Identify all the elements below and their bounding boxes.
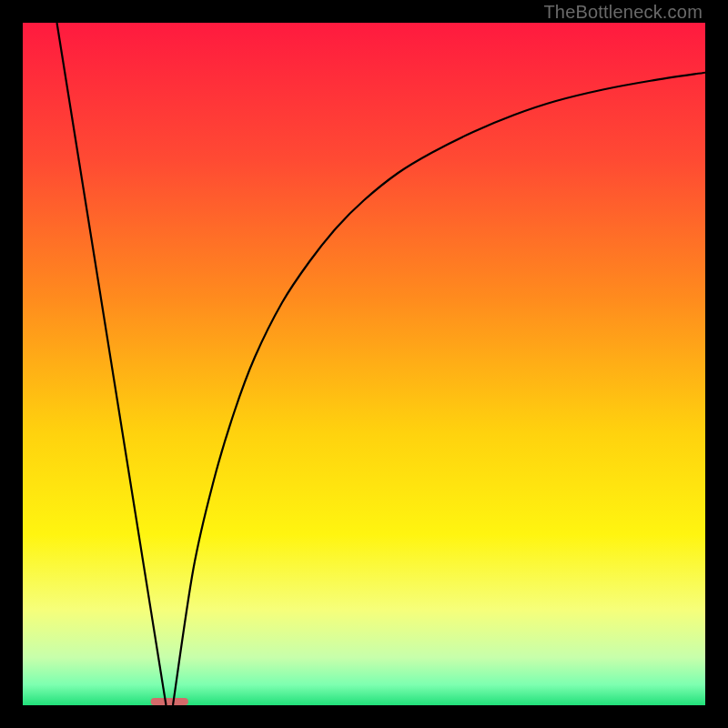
chart-background [23, 23, 705, 705]
chart-frame [23, 23, 705, 705]
watermark-text: TheBottleneck.com [543, 2, 703, 23]
valley-marker [151, 698, 188, 705]
bottleneck-chart [23, 23, 705, 705]
